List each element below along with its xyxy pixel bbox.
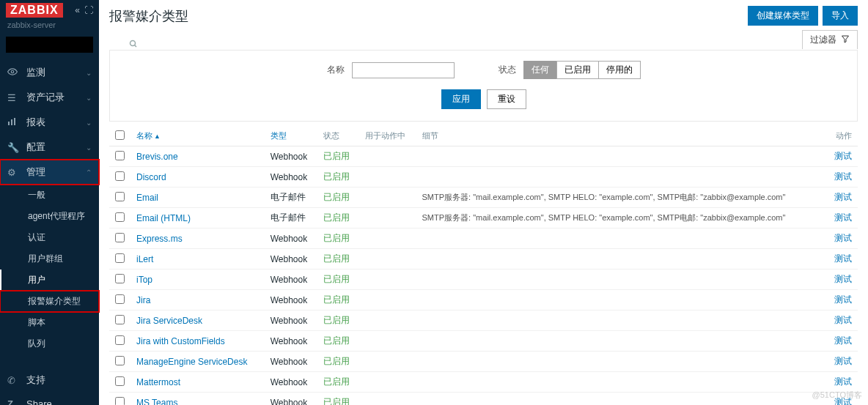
nav-admin[interactable]: ⚙ 管理 ⌃: [0, 160, 99, 185]
used-in: [359, 228, 416, 249]
media-name-link[interactable]: iTop: [136, 275, 152, 285]
content: 报警媒介类型 创建媒体类型 导入 过滤器 名称 状态 任何 已启用 停用的 应用…: [99, 0, 868, 405]
test-link[interactable]: 测试: [834, 212, 852, 223]
table-row: DiscordWebhook已启用测试: [109, 167, 858, 187]
sub-auth[interactable]: 认证: [0, 227, 99, 248]
media-name-link[interactable]: ManageEngine ServiceDesk: [136, 357, 247, 367]
status-enabled-link[interactable]: 已启用: [323, 294, 350, 305]
sub-queue[interactable]: 队列: [0, 333, 99, 354]
sub-scripts[interactable]: 脚本: [0, 312, 99, 333]
media-name-link[interactable]: Jira: [136, 295, 150, 305]
row-checkbox[interactable]: [115, 335, 125, 345]
status-enabled-link[interactable]: 已启用: [323, 315, 350, 325]
status-enabled-link[interactable]: 已启用: [323, 171, 350, 182]
row-checkbox[interactable]: [115, 151, 125, 160]
table-row: iLertWebhook已启用测试: [109, 249, 858, 270]
col-name[interactable]: 名称▲: [130, 126, 265, 146]
media-name-link[interactable]: Jira ServiceDesk: [136, 316, 202, 326]
nav-monitor[interactable]: 监测 ⌄: [0, 60, 99, 85]
media-type: Webhook: [265, 249, 318, 270]
media-name-link[interactable]: iLert: [136, 254, 153, 264]
media-name-link[interactable]: Jira with CustomFields: [136, 336, 225, 346]
test-link[interactable]: 测试: [834, 151, 852, 161]
reset-button[interactable]: 重设: [487, 89, 526, 109]
nav-config[interactable]: 🔧 配置 ⌄: [0, 135, 99, 160]
nav-reports[interactable]: 报表 ⌄: [0, 110, 99, 135]
nav-label: 管理: [26, 166, 45, 179]
test-link[interactable]: 测试: [834, 294, 852, 305]
row-checkbox[interactable]: [115, 356, 125, 365]
nav-support[interactable]: ✆ 支持: [0, 368, 99, 393]
status-filter-group: 任何 已启用 停用的: [523, 61, 641, 79]
media-name-link[interactable]: Express.ms: [136, 234, 183, 244]
nav-share[interactable]: Z Share: [0, 393, 99, 405]
fullscreen-icon[interactable]: ⛶: [84, 5, 93, 15]
row-checkbox[interactable]: [115, 397, 125, 406]
sub-general[interactable]: 一般: [0, 185, 99, 206]
sub-agent[interactable]: agent代理程序: [0, 206, 99, 227]
sub-users[interactable]: 用户: [0, 270, 99, 291]
status-enabled-link[interactable]: 已启用: [323, 274, 350, 284]
test-link[interactable]: 测试: [834, 315, 852, 325]
chevron-down-icon: ⌄: [86, 94, 92, 102]
details: [416, 311, 826, 331]
used-in: [359, 208, 416, 228]
status-enabled-link[interactable]: 已启用: [323, 192, 350, 202]
media-name-link[interactable]: MS Teams: [136, 398, 177, 406]
media-name-link[interactable]: Mattermost: [136, 377, 180, 387]
table-row: Brevis.oneWebhook已启用测试: [109, 146, 858, 167]
test-link[interactable]: 测试: [834, 274, 852, 284]
gear-icon: ⚙: [7, 167, 21, 178]
apply-button[interactable]: 应用: [441, 89, 481, 109]
status-enabled-button[interactable]: 已启用: [556, 61, 599, 79]
row-checkbox[interactable]: [115, 233, 125, 242]
status-enabled-link[interactable]: 已启用: [323, 151, 350, 161]
media-name-link[interactable]: Discord: [136, 172, 166, 182]
create-media-type-button[interactable]: 创建媒体类型: [748, 6, 818, 26]
sub-mediatypes[interactable]: 报警媒介类型: [0, 291, 99, 312]
used-in: [359, 249, 416, 270]
status-enabled-link[interactable]: 已启用: [323, 376, 350, 387]
filter-toggle[interactable]: 过滤器: [802, 30, 858, 49]
media-name-link[interactable]: Brevis.one: [136, 152, 178, 162]
search-box[interactable]: [6, 37, 93, 53]
row-checkbox[interactable]: [115, 294, 125, 304]
status-enabled-link[interactable]: 已启用: [323, 356, 350, 366]
used-in: [359, 187, 416, 208]
row-checkbox[interactable]: [115, 253, 125, 263]
status-enabled-link[interactable]: 已启用: [323, 335, 350, 346]
row-checkbox[interactable]: [115, 274, 125, 283]
col-type[interactable]: 类型: [265, 126, 318, 146]
status-disabled-button[interactable]: 停用的: [598, 61, 641, 79]
test-link[interactable]: 测试: [834, 171, 852, 182]
table-row: Jira ServiceDeskWebhook已启用测试: [109, 311, 858, 331]
test-link[interactable]: 测试: [834, 356, 852, 366]
logo[interactable]: ZABBIX: [6, 3, 63, 18]
status-enabled-link[interactable]: 已启用: [323, 233, 350, 243]
status-enabled-link[interactable]: 已启用: [323, 397, 350, 405]
sub-usergroups[interactable]: 用户群组: [0, 248, 99, 270]
media-type: Webhook: [265, 372, 318, 393]
select-all-checkbox[interactable]: [115, 130, 125, 140]
test-link[interactable]: 测试: [834, 376, 852, 387]
support-icon: ✆: [7, 375, 21, 386]
media-type: Webhook: [265, 146, 318, 167]
nav-inventory[interactable]: ☰ 资产记录 ⌄: [0, 85, 99, 110]
row-checkbox[interactable]: [115, 192, 125, 201]
row-checkbox[interactable]: [115, 376, 125, 386]
status-any-button[interactable]: 任何: [523, 61, 557, 79]
row-checkbox[interactable]: [115, 315, 125, 324]
media-name-link[interactable]: Email: [136, 193, 158, 203]
test-link[interactable]: 测试: [834, 253, 852, 264]
status-enabled-link[interactable]: 已启用: [323, 253, 350, 264]
test-link[interactable]: 测试: [834, 335, 852, 346]
name-filter-input[interactable]: [352, 62, 455, 78]
row-checkbox[interactable]: [115, 212, 125, 222]
collapse-icon[interactable]: «: [75, 5, 80, 15]
import-button[interactable]: 导入: [823, 6, 858, 26]
test-link[interactable]: 测试: [834, 233, 852, 243]
media-name-link[interactable]: Email (HTML): [136, 213, 191, 223]
test-link[interactable]: 测试: [834, 192, 852, 202]
row-checkbox[interactable]: [115, 171, 125, 181]
status-enabled-link[interactable]: 已启用: [323, 212, 350, 223]
